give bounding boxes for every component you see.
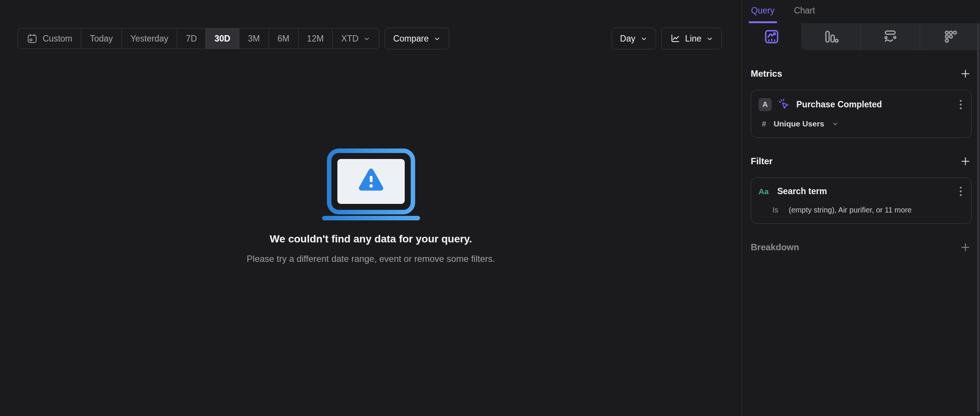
query-builder-body: Metrics A Purchase Comple: [742, 67, 980, 253]
range-30d-button[interactable]: 30D: [206, 29, 239, 49]
granularity-button[interactable]: Day: [612, 28, 656, 49]
range-xtd-dropdown[interactable]: XTD: [332, 29, 379, 49]
metric-card-header: A Purchase Completed: [759, 98, 964, 111]
range-label: 6M: [278, 33, 290, 44]
range-label: 3M: [248, 33, 260, 44]
sidebar-scrollbar[interactable]: [977, 23, 979, 412]
tab-chart[interactable]: Chart: [792, 0, 817, 23]
range-label: Yesterday: [130, 33, 168, 44]
chevron-down-icon: [706, 35, 713, 42]
event-click-icon: [777, 98, 791, 111]
metric-event-name[interactable]: Purchase Completed: [796, 99, 952, 110]
metric-letter-badge: A: [759, 98, 772, 111]
report-type-tabs: [742, 23, 980, 50]
chart-type-label: Line: [685, 33, 702, 44]
breakdown-heading: Breakdown: [751, 242, 799, 252]
chevron-down-icon: [434, 35, 441, 42]
metrics-section-header: Metrics: [751, 67, 972, 80]
view-tab-insights[interactable]: [742, 23, 801, 50]
granularity-label: Day: [620, 33, 635, 44]
range-6m-button[interactable]: 6M: [269, 29, 299, 49]
range-label: Custom: [43, 33, 72, 44]
compare-label: Compare: [393, 33, 429, 44]
compare-button[interactable]: Compare: [385, 28, 449, 49]
range-custom-button[interactable]: Custom: [18, 29, 81, 49]
chevron-down-icon: [640, 35, 648, 42]
filter-values: (empty string), Air purifier, or 11 more: [789, 206, 912, 214]
range-3m-button[interactable]: 3M: [239, 29, 269, 49]
range-label: 7D: [186, 33, 197, 44]
date-range-selector: Custom Today Yesterday 7D 30D 3M 6M 12M …: [18, 28, 379, 49]
plus-icon: [960, 68, 971, 79]
range-7d-button[interactable]: 7D: [177, 29, 206, 49]
plus-icon: [960, 156, 971, 167]
aggregation-symbol: #: [762, 120, 766, 128]
metrics-heading: Metrics: [751, 69, 782, 79]
range-label: XTD: [341, 33, 358, 44]
add-metric-button[interactable]: [959, 67, 972, 80]
view-tab-flows[interactable]: [861, 23, 920, 50]
filter-section-header: Filter: [751, 155, 972, 167]
insights-icon: [763, 28, 780, 45]
empty-state-title: We couldn't find any data for your query…: [270, 233, 472, 245]
main-content-area: Custom Today Yesterday 7D 30D 3M 6M 12M …: [0, 0, 742, 416]
no-data-laptop-icon: [322, 148, 420, 220]
more-reports-icon: [942, 28, 959, 45]
filter-operator: Is: [772, 206, 778, 214]
metric-aggregation-selector[interactable]: # Unique Users: [759, 120, 964, 128]
filter-heading: Filter: [751, 156, 773, 166]
sidebar-tabs: Query Chart: [742, 0, 980, 23]
query-toolbar: Custom Today Yesterday 7D 30D 3M 6M 12M …: [18, 28, 722, 49]
filter-options-kebab-icon[interactable]: [958, 185, 964, 198]
add-filter-button[interactable]: [959, 155, 972, 167]
flows-icon: [881, 28, 899, 45]
plus-icon: [960, 242, 971, 253]
breakdown-section-header: Breakdown: [751, 241, 972, 253]
chevron-down-icon: [363, 35, 370, 42]
text-property-icon: Aa: [759, 187, 772, 196]
empty-state: We couldn't find any data for your query…: [0, 148, 742, 264]
filter-card[interactable]: Aa Search term Is (empty string), Air pu…: [751, 177, 972, 224]
metric-card[interactable]: A Purchase Completed # Unique Users: [751, 90, 972, 138]
app-root: Custom Today Yesterday 7D 30D 3M 6M 12M …: [0, 0, 980, 416]
chart-type-button[interactable]: Line: [661, 28, 722, 49]
tab-query[interactable]: Query: [749, 0, 777, 23]
query-builder-sidebar: Query Chart: [742, 0, 980, 416]
aggregation-label: Unique Users: [773, 120, 824, 128]
range-yesterday-button[interactable]: Yesterday: [122, 29, 177, 49]
metric-options-kebab-icon[interactable]: [958, 99, 964, 111]
view-tab-funnels[interactable]: [801, 23, 861, 50]
filter-condition[interactable]: Is (empty string), Air purifier, or 11 m…: [759, 206, 964, 214]
funnels-icon: [822, 28, 839, 45]
range-label: 12M: [307, 33, 324, 44]
range-12m-button[interactable]: 12M: [299, 29, 333, 49]
filter-card-header: Aa Search term: [759, 185, 964, 198]
range-today-button[interactable]: Today: [81, 29, 122, 49]
calendar-icon: [27, 33, 38, 44]
filter-property-name[interactable]: Search term: [777, 186, 952, 196]
empty-state-subtitle: Please try a different date range, event…: [247, 253, 495, 264]
line-chart-icon: [670, 33, 680, 44]
range-label: Today: [90, 33, 113, 44]
chevron-down-icon: [832, 120, 838, 127]
range-label: 30D: [214, 33, 230, 44]
add-breakdown-button[interactable]: [959, 241, 972, 253]
view-tab-more-reports[interactable]: [920, 23, 980, 50]
